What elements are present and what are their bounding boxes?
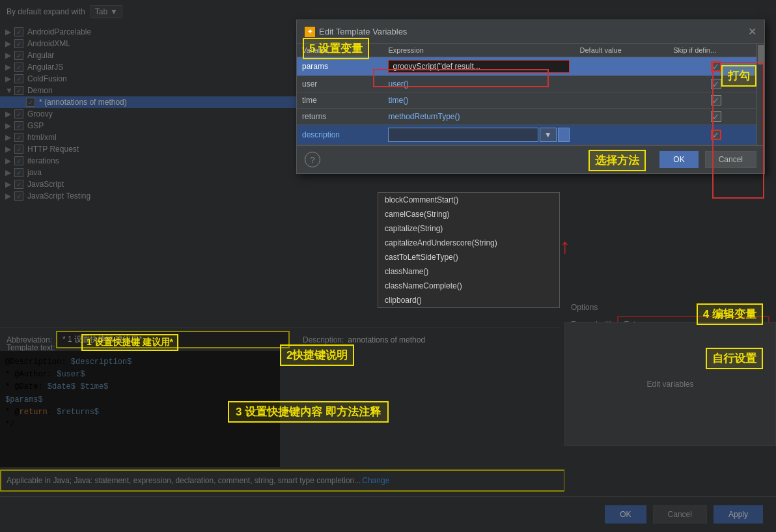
confirm-button[interactable] bbox=[558, 128, 570, 142]
checkmark-icon: ✓ bbox=[712, 130, 719, 140]
modal-icon: ✦ bbox=[305, 27, 315, 37]
cell-expression: methodReturnType() bbox=[383, 109, 574, 125]
cell-expression: user() bbox=[383, 76, 574, 92]
annotation-5: 5 设置变量 bbox=[303, 38, 369, 59]
table-row[interactable]: returns methodReturnType() ✓ bbox=[297, 109, 764, 125]
cell-variable: returns bbox=[297, 109, 383, 125]
cell-skip: ✓ bbox=[668, 92, 764, 109]
dropdown-item[interactable]: className() bbox=[378, 264, 559, 279]
checkmark-icon: ✓ bbox=[712, 62, 719, 72]
col-skip: Skip if defin... bbox=[668, 44, 764, 57]
annotation-checkmark: 打勾 bbox=[721, 65, 756, 87]
cell-default bbox=[575, 109, 669, 125]
cell-skip: ✓ bbox=[668, 109, 764, 125]
modal-cancel-button[interactable]: Cancel bbox=[705, 151, 756, 168]
cell-expression: groovyScript("def result... bbox=[383, 57, 574, 76]
cell-variable: user bbox=[297, 76, 383, 92]
col-default: Default value bbox=[575, 44, 669, 57]
scrollbar-thumb bbox=[758, 45, 764, 64]
dropdown-item[interactable]: clipboard() bbox=[378, 293, 559, 307]
annotation-edit-vars: 4 编辑变量 bbox=[697, 303, 763, 325]
modal-ok-cancel: OK Cancel bbox=[659, 151, 756, 168]
cell-expression: time() bbox=[383, 92, 574, 109]
cell-default bbox=[575, 57, 669, 76]
annotation-select-method: 选择方法 bbox=[589, 150, 646, 171]
dropdown-item[interactable]: capitalize(String) bbox=[378, 221, 559, 236]
annotation-template-content: 3 设置快捷键内容 即方法注释 bbox=[228, 401, 389, 423]
dropdown-item[interactable]: capitalizeAndUnderscore(String) bbox=[378, 236, 559, 250]
cell-variable: time bbox=[297, 92, 383, 109]
cell-default bbox=[575, 76, 669, 92]
cell-variable: description bbox=[297, 125, 383, 145]
modal-close-button[interactable]: ✕ bbox=[748, 25, 756, 38]
annotation-abbr: 1 设置快捷键 建议用* bbox=[81, 334, 178, 351]
expression-dropdown: blockCommentStart() camelCase(String) ca… bbox=[378, 192, 560, 308]
red-arrow-icon: ↑ bbox=[560, 234, 570, 259]
cell-skip: ✓ bbox=[668, 125, 764, 145]
help-button[interactable]: ? bbox=[305, 152, 320, 167]
cell-expression: ▼ bbox=[383, 125, 574, 145]
dropdown-item[interactable]: camelCase(String) bbox=[378, 207, 559, 221]
dropdown-item[interactable]: classNameComplete() bbox=[378, 279, 559, 293]
checkmark-icon: ✓ bbox=[712, 96, 719, 105]
modal-ok-button[interactable]: OK bbox=[659, 151, 698, 168]
dropdown-item[interactable]: blockCommentStart() bbox=[378, 193, 559, 207]
scrollbar-track[interactable] bbox=[756, 44, 764, 145]
modal-title-left: ✦ Edit Template Variables bbox=[305, 27, 407, 37]
dropdown-item[interactable]: castToLeftSideType() bbox=[378, 250, 559, 264]
checkmark-icon: ✓ bbox=[712, 79, 719, 89]
modal-title: Edit Template Variables bbox=[319, 27, 407, 36]
cell-variable: params bbox=[297, 57, 383, 76]
annotation-self-set: 自行设置 bbox=[706, 348, 763, 369]
modal-bottom: ? OK Cancel bbox=[297, 145, 764, 173]
table-row[interactable]: user user() ✓ bbox=[297, 76, 764, 92]
table-row[interactable]: params groovyScript("def result... ✓ bbox=[297, 57, 764, 76]
col-expression: Expression bbox=[383, 44, 574, 57]
cell-default bbox=[575, 125, 669, 145]
table-row[interactable]: time time() ✓ bbox=[297, 92, 764, 109]
ide-panel: By default expand with Tab ▼ ▶ ✓ Android… bbox=[0, 0, 776, 532]
cell-default bbox=[575, 92, 669, 109]
dropdown-button[interactable]: ▼ bbox=[540, 128, 557, 142]
checkmark-icon: ✓ bbox=[712, 112, 719, 122]
table-row-description[interactable]: description ▼ ✓ bbox=[297, 125, 764, 145]
annotation-shortcut-desc: 2快捷键说明 bbox=[280, 344, 354, 366]
